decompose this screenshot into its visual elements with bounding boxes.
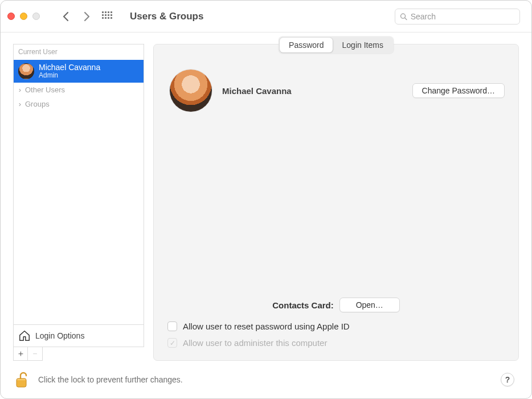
svg-rect-8 [102, 17, 104, 19]
search-field[interactable] [395, 9, 520, 25]
svg-rect-10 [108, 17, 109, 19]
grid-icon [102, 11, 112, 22]
minimize-window-button[interactable] [20, 13, 27, 20]
svg-line-13 [405, 18, 407, 19]
titlebar: Users & Groups [1, 1, 531, 32]
tab-password[interactable]: Password [280, 38, 333, 52]
change-password-button[interactable]: Change Password… [412, 83, 505, 98]
window-title: Users & Groups [122, 11, 203, 22]
svg-rect-9 [105, 17, 107, 19]
contacts-card-label: Contacts Card: [272, 300, 334, 310]
svg-rect-11 [111, 17, 112, 19]
svg-rect-15 [17, 380, 26, 380]
remove-user-button: － [28, 347, 42, 360]
nav-back-forward [56, 7, 117, 26]
add-user-button[interactable]: ＋ [14, 347, 28, 360]
user-avatar[interactable] [170, 70, 212, 112]
avatar-icon [18, 63, 34, 79]
svg-rect-5 [105, 14, 107, 16]
home-icon [18, 329, 31, 342]
open-contacts-button[interactable]: Open… [339, 298, 400, 312]
sidebar-item-label: Groups [25, 100, 50, 108]
lock-hint-text: Click the lock to prevent further change… [38, 375, 494, 384]
svg-rect-4 [102, 14, 104, 16]
lock-open-icon[interactable] [15, 371, 31, 388]
footer: Click the lock to prevent further change… [13, 361, 519, 398]
search-icon [400, 13, 407, 21]
svg-rect-7 [111, 14, 112, 16]
chevron-right-icon [83, 11, 91, 22]
users-list: Current User Michael Cavanna Admin › Oth… [13, 44, 144, 347]
show-all-preferences-button[interactable] [97, 7, 117, 26]
window-controls [7, 13, 51, 20]
svg-rect-0 [102, 11, 104, 13]
sidebar-item-login-options[interactable]: Login Options [14, 324, 144, 347]
chevron-right-icon: › [17, 85, 23, 94]
allow-admin-label: Allow user to administer this computer [183, 338, 327, 348]
users-sidebar: Current User Michael Cavanna Admin › Oth… [13, 44, 144, 361]
chevron-right-icon: › [17, 100, 23, 108]
sidebar-user-name: Michael Cavanna [39, 63, 100, 72]
allow-apple-id-reset-label: Allow user to reset password using Apple… [183, 321, 350, 331]
svg-rect-2 [108, 11, 109, 13]
svg-rect-1 [105, 11, 107, 13]
allow-apple-id-reset-checkbox[interactable] [167, 321, 177, 331]
sidebar-user-role: Admin [39, 72, 100, 80]
detail-tabs: Password Login Items [279, 36, 394, 54]
preferences-window: Users & Groups Current User Michael Cava… [0, 0, 532, 399]
sidebar-item-groups[interactable]: › Groups [14, 97, 144, 111]
user-display-name: Michael Cavanna [222, 86, 402, 96]
back-button[interactable] [56, 7, 76, 26]
content-area: Current User Michael Cavanna Admin › Oth… [1, 32, 531, 398]
sidebar-item-current-user[interactable]: Michael Cavanna Admin [14, 60, 144, 83]
zoom-window-button [32, 13, 40, 20]
allow-admin-checkbox [167, 338, 177, 348]
sidebar-section-current-user: Current User [14, 44, 144, 60]
sidebar-item-label: Other Users [25, 85, 65, 94]
add-remove-controls: ＋ － [13, 347, 43, 361]
svg-rect-6 [108, 14, 109, 16]
contacts-card-row: Contacts Card: Open… [154, 298, 518, 318]
sidebar-item-other-users[interactable]: › Other Users [14, 83, 144, 97]
allow-admin-row: Allow user to administer this computer [154, 335, 518, 351]
forward-button[interactable] [76, 7, 97, 26]
user-detail-panel: Password Login Items Michael Cavanna Cha… [153, 44, 519, 361]
chevron-left-icon [62, 11, 70, 22]
login-options-label: Login Options [35, 331, 84, 340]
search-input[interactable] [411, 12, 515, 21]
help-button[interactable]: ? [501, 373, 514, 386]
profile-header: Michael Cavanna Change Password… [154, 44, 518, 112]
allow-apple-id-reset-row[interactable]: Allow user to reset password using Apple… [154, 318, 518, 335]
tab-login-items[interactable]: Login Items [333, 38, 392, 52]
svg-rect-3 [111, 11, 112, 13]
close-window-button[interactable] [7, 13, 15, 20]
